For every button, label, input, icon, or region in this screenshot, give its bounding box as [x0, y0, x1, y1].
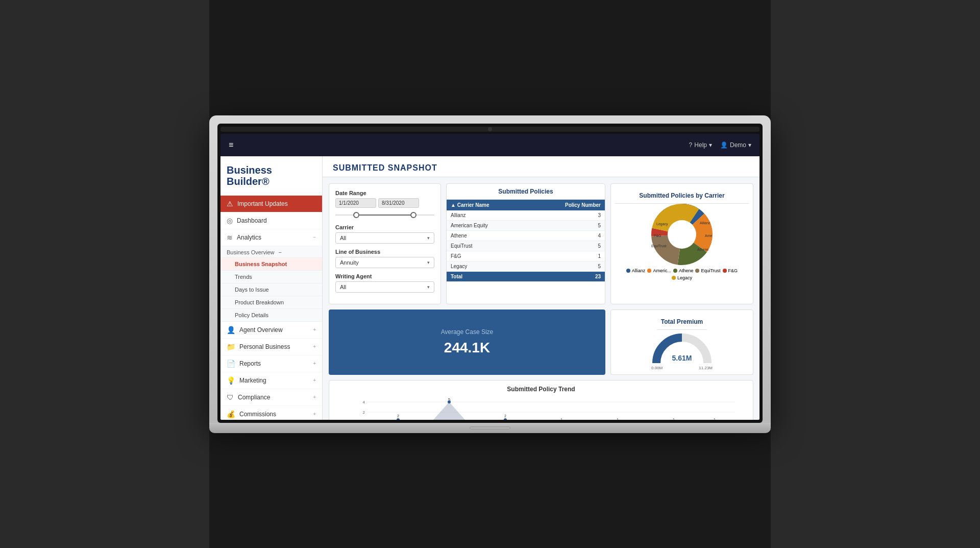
col-carrier-header[interactable]: ▲ Carrier Name: [447, 200, 528, 210]
commissions-expand-icon: +: [313, 411, 316, 417]
trends-label: Trends: [235, 274, 252, 280]
svg-text:Legacy: Legacy: [656, 222, 668, 226]
carrier-value: All: [340, 235, 346, 241]
hamburger-icon[interactable]: ≡: [229, 140, 233, 150]
help-button[interactable]: ? Help ▾: [689, 141, 712, 149]
sidebar-item-personal-business[interactable]: 📁 Personal Business +: [220, 339, 322, 355]
avg-case-panel: Average Case Size 244.1K: [329, 309, 605, 375]
dashboard-icon: ◎: [227, 217, 233, 225]
date-slider[interactable]: [335, 211, 434, 219]
avg-case-value: 244.1K: [444, 340, 490, 356]
reports-expand-icon: +: [313, 361, 316, 366]
sidebar-label-analytics: Analytics: [237, 234, 261, 241]
sidebar-label-dashboard: Dashboard: [237, 217, 267, 224]
writing-agent-label: Writing Agent: [335, 273, 434, 279]
personal-business-label: Personal Business: [239, 343, 290, 350]
line-of-business-select[interactable]: Annuity ▾: [335, 257, 434, 268]
date-start-input[interactable]: 1/1/2020: [335, 198, 376, 208]
table-total-row: Total23: [447, 271, 605, 281]
sidebar-item-analytics[interactable]: ≋ Analytics −: [220, 229, 322, 246]
svg-text:EquiTrust: EquiTrust: [651, 244, 667, 248]
count-cell: 5: [528, 220, 605, 230]
sidebar-item-commissions[interactable]: 💰 Commissions +: [220, 406, 322, 420]
svg-text:1: 1: [617, 418, 619, 420]
gauge-max: 11.23M: [699, 366, 713, 370]
middle-row: Average Case Size 244.1K Total Premium: [329, 309, 753, 375]
pie-legend: Allianz Americ...: [615, 268, 749, 280]
svg-text:4: 4: [363, 400, 365, 404]
business-overview-header: Business Overview −: [220, 246, 322, 258]
svg-text:2: 2: [363, 410, 365, 415]
compliance-icon: 🛡: [227, 393, 234, 401]
sidebar-item-days-to-issue[interactable]: Days to Issue: [220, 283, 322, 296]
carrier-select[interactable]: All ▾: [335, 232, 434, 244]
svg-text:Athene: Athene: [697, 248, 708, 251]
svg-text:1: 1: [560, 418, 562, 420]
carrier-cell: American Equity: [447, 220, 528, 230]
col-policy-header[interactable]: Policy Number: [528, 200, 605, 210]
carrier-cell: Athene: [447, 230, 528, 241]
slider-thumb-left[interactable]: [353, 212, 359, 218]
analytics-icon: ≋: [227, 233, 233, 242]
pie-chart-title: Submitted Policies by Carrier: [615, 188, 749, 204]
svg-point-26: [504, 418, 507, 420]
commissions-label: Commissions: [239, 411, 276, 418]
writing-agent-chevron: ▾: [427, 284, 430, 290]
personal-business-icon: 📁: [227, 343, 235, 351]
analytics-collapse-icon: −: [313, 234, 316, 240]
sidebar: Business Builder® ⚠ Important Updates: [220, 156, 323, 420]
agent-icon: 👤: [227, 326, 235, 334]
line-of-business-value: Annuity: [340, 259, 359, 266]
sidebar-item-marketing[interactable]: 💡 Marketing +: [220, 372, 322, 389]
slider-thumb-right[interactable]: [410, 212, 416, 218]
sidebar-item-product-breakdown[interactable]: Product Breakdown: [220, 296, 322, 309]
writing-agent-select[interactable]: All ▾: [335, 281, 434, 293]
carrier-cell: Allianz: [447, 210, 528, 221]
reports-label: Reports: [239, 360, 261, 367]
top-row: Date Range 1/1/2020 8/31/2020: [329, 183, 753, 304]
sidebar-item-important-updates[interactable]: ⚠ Important Updates: [220, 196, 322, 212]
sidebar-item-trends[interactable]: Trends: [220, 271, 322, 283]
total-premium-panel: Total Premium 5.61M: [610, 309, 753, 375]
submitted-policies-title: Submitted Policies: [447, 184, 605, 200]
line-of-business-label: Line of Business: [335, 249, 434, 255]
sidebar-item-policy-details[interactable]: Policy Details: [220, 309, 322, 322]
pie-chart-container: Allianz American Equity Athene F&G EquiT…: [615, 204, 749, 280]
reports-icon: 📄: [227, 360, 235, 368]
count-cell: 1: [528, 251, 605, 261]
svg-text:1: 1: [673, 418, 675, 420]
personal-business-expand-icon: +: [313, 344, 316, 349]
demo-button[interactable]: 👤 Demo ▾: [720, 141, 751, 149]
table-row: American Equity5: [447, 220, 605, 230]
compliance-label: Compliance: [238, 394, 270, 401]
gauge-svg: 5.61M: [651, 330, 713, 366]
count-cell: 5: [528, 261, 605, 271]
count-cell: 4: [528, 230, 605, 241]
trend-peak: [429, 402, 470, 420]
trend-title: Submitted Policy Trend: [334, 386, 748, 393]
svg-text:Allianz: Allianz: [700, 221, 710, 225]
trend-panel: Submitted Policy Trend 4: [329, 380, 753, 420]
sidebar-item-business-snapshot[interactable]: Business Snapshot: [220, 258, 322, 271]
help-chevron: ▾: [709, 141, 712, 149]
svg-text:2: 2: [397, 414, 399, 418]
sidebar-item-agent-overview[interactable]: 👤 Agent Overview +: [220, 322, 322, 339]
writing-agent-value: All: [340, 284, 346, 290]
marketing-icon: 💡: [227, 376, 235, 385]
legend-equitrust: EquiTrust: [695, 268, 720, 273]
commissions-icon: 💰: [227, 410, 235, 418]
sidebar-item-reports[interactable]: 📄 Reports +: [220, 355, 322, 372]
submitted-policies-panel: Submitted Policies ▲ Carrier Name: [446, 183, 605, 304]
table-row: Athene4: [447, 230, 605, 241]
date-end-input[interactable]: 8/31/2020: [378, 198, 419, 208]
carrier-chevron: ▾: [427, 235, 430, 241]
gauge-container: 5.61M: [651, 330, 713, 366]
user-icon: 👤: [720, 141, 728, 149]
sidebar-item-dashboard[interactable]: ◎ Dashboard: [220, 212, 322, 229]
warning-icon: ⚠: [227, 200, 233, 208]
demo-label: Demo: [730, 141, 746, 149]
legend-allianz: Allianz: [626, 268, 646, 273]
marketing-expand-icon: +: [313, 377, 316, 383]
sidebar-item-compliance[interactable]: 🛡 Compliance +: [220, 389, 322, 406]
business-overview-collapse: −: [279, 249, 282, 255]
